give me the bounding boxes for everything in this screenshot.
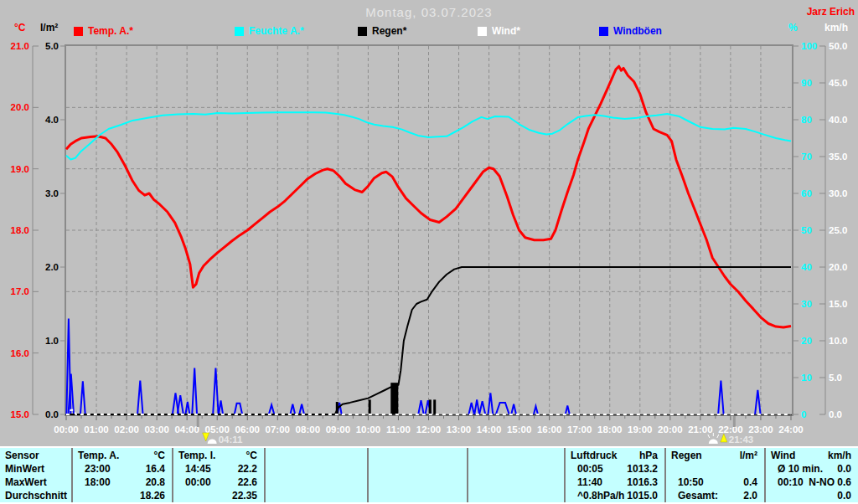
- axis-tick-label: 0.0: [45, 409, 59, 419]
- x-axis-label: 21:00: [688, 424, 712, 435]
- table-header-Luftdruck: LuftdruckhPa: [566, 448, 666, 462]
- table-column-unit: °C: [246, 450, 264, 461]
- x-axis-label: 22:00: [718, 424, 742, 435]
- rain-bar: [429, 399, 432, 414]
- table-cell-value: 2.0: [743, 490, 764, 501]
- table-row-label: Durchschnitt: [0, 489, 73, 502]
- legend-item-temp-a-: Temp. A.*: [74, 25, 133, 37]
- chart-legend: Temp. A.*Feuchte A.*Regen*Wind*Windböen: [0, 25, 858, 39]
- table-cell-value: 22.2: [238, 463, 264, 475]
- legend-item-wind-: Wind*: [478, 25, 520, 37]
- table-cell: [266, 489, 369, 502]
- table-cell: 00:0022.6: [173, 476, 266, 489]
- temp-axis-labels: 21.020.019.018.017.016.015.0: [11, 41, 39, 419]
- axis-tick-label: 10: [801, 373, 812, 383]
- x-axis-labels: 00:0001:0002:0003:0004:0005:0006:0007:00…: [54, 416, 803, 435]
- legend-label: Feuchte A.*: [249, 25, 304, 37]
- x-axis-label: 14:00: [477, 424, 501, 435]
- x-axis-label: 03:00: [144, 424, 168, 435]
- table-cell-time: Gesamt:: [666, 490, 718, 501]
- marker-tick: [733, 416, 736, 427]
- table-cell: [266, 462, 369, 476]
- axis-tick-label: 50.0: [829, 41, 847, 51]
- axis-tick-label: 21.0: [11, 41, 29, 51]
- table-cell-value: 1016.3: [627, 476, 664, 488]
- x-axis-label: 06:00: [235, 424, 260, 435]
- legend-color-swatch: [235, 27, 244, 36]
- table-cell: [468, 476, 566, 489]
- table-column-title: Luftdruck: [566, 450, 617, 461]
- axis-tick-label: 1.0: [45, 336, 59, 346]
- legend-color-swatch: [599, 27, 608, 36]
- axis-tick-label: 20.0: [11, 102, 29, 112]
- axis-tick-label: 50: [801, 225, 812, 235]
- axis-tick-label: 20: [801, 336, 812, 346]
- legend-label: Regen*: [372, 25, 406, 37]
- axis-tick-label: 35.0: [829, 152, 847, 162]
- table-cell-time: 00:00: [173, 476, 211, 488]
- x-axis-label: 01:00: [84, 424, 108, 435]
- table-cell: 11:401016.3: [566, 476, 666, 489]
- table-cell-time: 23:00: [73, 463, 111, 475]
- table-cell: [266, 476, 369, 489]
- x-axis-label: 18:00: [597, 424, 622, 435]
- table-row-label-text: Durchschnitt: [0, 490, 67, 501]
- legend-color-swatch: [358, 27, 367, 36]
- x-axis-label: 15:00: [507, 424, 531, 435]
- table-column-title: Temp. A.: [73, 450, 119, 461]
- axis-tick-label: 15.0: [829, 299, 847, 309]
- axis-tick-label: 45.0: [829, 78, 847, 88]
- table-column-title: Temp. I.: [173, 450, 215, 461]
- table-cell: [666, 462, 766, 476]
- table-row-label-text: MinWert: [0, 463, 44, 475]
- table-cell-value: 16.4: [146, 463, 172, 475]
- legend-label: Windböen: [613, 25, 662, 37]
- axis-tick-label: 19.0: [11, 164, 29, 174]
- x-axis-label: 04:00: [174, 424, 199, 435]
- marker-tick: [197, 416, 199, 427]
- table-cell: ^0.8hPa/h1015.0: [566, 489, 666, 502]
- table-header-empty: [266, 448, 369, 462]
- table-cell: 0.0: [766, 489, 858, 502]
- statistics-table: SensorTemp. A.°CTemp. I.°CLuftdruckhPaRe…: [0, 446, 858, 504]
- x-axis-label: 12:00: [416, 424, 441, 435]
- page-title: Montag, 03.07.2023: [0, 5, 858, 19]
- table-cell: 00:10N-NO 0.6: [766, 476, 858, 489]
- table-cell-time: Ø 10 min.: [766, 463, 823, 475]
- axis-tick-label: 40.0: [829, 115, 847, 125]
- rain-bar: [369, 399, 371, 414]
- axis-tick-label: 17.0: [11, 286, 29, 296]
- table-cell-value: 0.0: [837, 463, 858, 475]
- axis-tick-label: 70: [801, 152, 812, 162]
- wind-axis-labels: 50.045.040.035.030.025.020.015.010.05.00…: [819, 41, 847, 419]
- table-column-title: Wind: [766, 450, 795, 461]
- table-header-sensor: Sensor: [0, 448, 73, 462]
- weather-chart: 21.020.019.018.017.016.015.05.04.03.02.0…: [0, 0, 858, 446]
- table-column-unit: km/h: [828, 450, 858, 461]
- axis-tick-label: 0.0: [829, 409, 842, 419]
- table-cell: 18.26: [73, 489, 173, 502]
- x-axis-label: 24:00: [778, 424, 803, 435]
- axis-tick-label: 18.0: [11, 225, 29, 235]
- axis-tick-label: 30: [801, 299, 812, 309]
- table-cell: 22.35: [173, 489, 266, 502]
- axis-tick-label: 20.0: [829, 262, 847, 272]
- axis-tick-label: 10.0: [829, 336, 847, 346]
- rain-axis-labels: 5.04.03.02.01.00.0: [45, 41, 66, 419]
- table-cell: [369, 462, 468, 476]
- table-cell: [369, 476, 468, 489]
- table-cell-value: 22.35: [232, 490, 264, 501]
- table-cell-value: 18.26: [140, 490, 172, 501]
- x-axis-label: 10:00: [356, 424, 380, 435]
- table-cell-value: 20.8: [146, 476, 172, 488]
- table-row-label-text: MaxWert: [0, 476, 47, 488]
- table-row-label-text: Sensor: [0, 450, 39, 461]
- table-cell: [468, 462, 566, 476]
- x-axis-label: 09:00: [326, 424, 350, 435]
- sunset-time: 21:43: [729, 435, 753, 445]
- half-sun-icon: [208, 440, 217, 445]
- half-sun-icon: [709, 440, 718, 445]
- legend-color-swatch: [478, 27, 487, 36]
- table-cell-time: ^0.8hPa/h: [566, 490, 624, 501]
- legend-color-swatch: [74, 27, 83, 36]
